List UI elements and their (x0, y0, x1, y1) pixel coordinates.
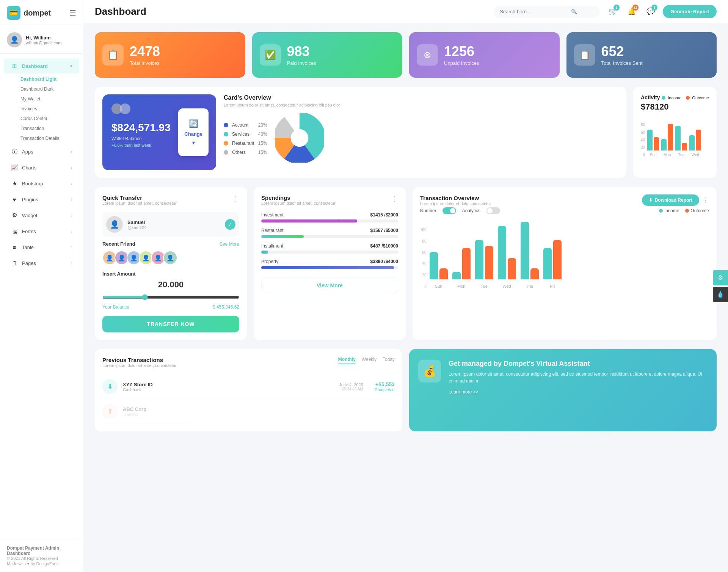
balance-amount: $ 456,345.62 (213, 304, 239, 310)
transaction-overview-menu[interactable]: ⋮ (702, 196, 709, 204)
logo-text: dompet (24, 9, 51, 17)
recent-friends-header: Recent Friend See More (102, 241, 239, 247)
overview-legend: Account 20% Services 40% Restaurant (224, 122, 267, 155)
activity-header: Activity Income Outcome (641, 94, 709, 101)
header: Dashboard 🔍 🛒 2 🔔 12 💬 5 Generate Report (83, 0, 728, 23)
sidebar-item-bootstrap[interactable]: ★ Bootstrap › (4, 176, 79, 191)
friend-avatar-6[interactable]: 👤 (163, 251, 177, 265)
va-learn-more-link[interactable]: Learn more >> (449, 389, 479, 395)
contact-item-samuel[interactable]: 👤 Samuel @sam224 ✓ (102, 212, 239, 237)
submenu-dashboard-dark[interactable]: Dashboard Dark (14, 84, 83, 94)
card-overview-subtitle: Lorem ipsum dolor sit amet, consectetur … (224, 103, 619, 107)
download-report-button[interactable]: ⬇ Download Report (642, 194, 699, 206)
bar-chart-activity (647, 116, 701, 150)
spending-property-amount: $3890 /$4000 (370, 259, 398, 264)
total-sent-icon: 📋 (574, 44, 595, 66)
spending-installment-header: Installment $487 /$10000 (261, 243, 398, 249)
sidebar-item-dashboard[interactable]: ⊞ Dashboard ▾ (4, 58, 79, 74)
unpaid-invoices-label: Unpaid Invoices (444, 60, 479, 66)
see-more-link[interactable]: See More (220, 241, 239, 247)
chevron-right-icon: › (71, 165, 72, 170)
spendings-header: Spendings Lorem ipsum dolor sit amet, co… (261, 194, 398, 211)
analytics-toggle[interactable] (486, 207, 500, 214)
activity-amount: $78120 (641, 102, 709, 112)
message-badge: 5 (651, 5, 657, 11)
sidebar-item-widget[interactable]: ⚙ Widget › (4, 208, 79, 223)
bar-labels: Sun Mon Tue Wed (647, 153, 701, 157)
stat-card-total-sent: 📋 652 Total Invoices Sent (566, 32, 717, 78)
spending-property-header: Property $3890 /$4000 (261, 259, 398, 264)
legend-pct-account: 20% (258, 122, 267, 128)
sidebar-item-table[interactable]: ≡ Table › (4, 240, 79, 255)
spending-installment: Installment $487 /$10000 (261, 243, 398, 254)
tab-today[interactable]: Today (383, 357, 395, 364)
balance-label: Your Balance (102, 304, 129, 310)
transaction-overview-title: Transaction Overview (420, 195, 491, 201)
hamburger-icon[interactable]: ☰ (69, 8, 76, 17)
theme-side-button[interactable]: 💧 (713, 287, 728, 302)
search-input[interactable] (500, 9, 568, 14)
footer-app-name: Dompet Payment Admin Dashboard (7, 545, 76, 556)
tx-date-wrap: June 4, 2020 05:34:45 AM (339, 382, 363, 391)
y-80: 80 (420, 239, 427, 243)
view-more-button[interactable]: View More (261, 277, 398, 293)
submenu-cards-center[interactable]: Cards Center (14, 114, 83, 124)
sidebar-user: 👤 Hi, William william@gmail.com (0, 26, 83, 54)
bar-group-wed (689, 130, 701, 150)
notification-button[interactable]: 🔔 12 (625, 5, 639, 18)
quick-transfer-card: Quick Transfer Lorem ipsum dolor sit ame… (95, 187, 247, 340)
submenu-dashboard-light[interactable]: Dashboard Light (14, 74, 83, 84)
toggle-row: Number Analytics Income (420, 207, 709, 214)
sidebar-item-charts[interactable]: 📈 Charts › (4, 160, 79, 175)
spending-investment-amount: $1415 /$2000 (370, 212, 398, 218)
main-content: Dashboard 🔍 🛒 2 🔔 12 💬 5 Generate Report (83, 0, 728, 572)
generate-report-button[interactable]: Generate Report (663, 5, 717, 18)
search-icon[interactable]: 🔍 (571, 9, 577, 14)
y-0: 0 (420, 284, 427, 288)
sidebar-item-plugins[interactable]: ♥ Plugins › (4, 192, 79, 207)
amount-slider[interactable] (102, 294, 239, 300)
sidebar-item-forms[interactable]: 🖨 Forms › (4, 224, 79, 239)
total-sent-info: 652 Total Invoices Sent (601, 44, 643, 66)
sidebar-item-label: Forms (22, 229, 36, 234)
change-btn-label: Change (184, 131, 202, 137)
submenu-my-wallet[interactable]: My Wallet (14, 94, 83, 104)
wallet-overview-panel: $824,571.93 Wallet Balance +0.8% than la… (95, 87, 626, 178)
submenu-transaction[interactable]: Transaction (14, 124, 83, 133)
cart-button[interactable]: 🛒 2 (606, 5, 620, 18)
legend-label-account: Account (232, 122, 254, 128)
sidebar-item-pages[interactable]: 🗒 Pages › (4, 255, 79, 271)
spending-installment-bar-bg (261, 251, 398, 254)
table-row: ⬆ ABC Corp Transfer (102, 399, 395, 424)
tx-icon-2: ⬆ (102, 404, 118, 419)
spending-restaurant-amount: $1567 /$5000 (370, 228, 398, 233)
settings-side-button[interactable]: ⚙ (713, 270, 728, 285)
legend-dot-account (224, 123, 228, 127)
transaction-overview-header-text: Transaction Overview Lorem ipsum dolor e… (420, 195, 491, 206)
paid-invoices-number: 983 (287, 44, 316, 59)
transfer-now-button[interactable]: TRANSFER NOW (102, 316, 239, 332)
submenu-invoices[interactable]: Invoices (14, 104, 83, 114)
page-title: Dashboard (95, 6, 488, 17)
bar-label-mon: Mon (661, 153, 673, 157)
big-y-axis: 100 80 60 40 20 0 (420, 228, 427, 288)
tab-monthly[interactable]: Monthly (338, 357, 356, 364)
plugins-icon: ♥ (11, 196, 18, 203)
stat-card-unpaid-invoices: ⊗ 1256 Unpaid Invoices (409, 32, 560, 78)
spendings-menu[interactable]: ⋮ (391, 194, 398, 203)
submenu-transaction-details[interactable]: Transaction Details (14, 133, 83, 143)
sidebar-item-apps[interactable]: ⓘ Apps › (4, 144, 79, 159)
number-toggle[interactable] (442, 207, 456, 214)
spending-installment-bar (261, 251, 268, 254)
quick-transfer-menu[interactable]: ⋮ (232, 194, 239, 203)
tab-weekly[interactable]: Weekly (362, 357, 377, 364)
change-card-button[interactable]: 🔄 Change ▾ (178, 108, 209, 156)
message-button[interactable]: 💬 5 (644, 5, 657, 18)
spending-investment-bar (261, 219, 357, 223)
big-label-tue: Tue (475, 284, 493, 288)
spending-investment-label: Investment (261, 212, 284, 218)
va-content: Get managed by Dompet's Virtual Assistan… (449, 360, 708, 395)
total-sent-label: Total Invoices Sent (601, 60, 643, 66)
notification-badge: 12 (632, 5, 639, 11)
money-icon: 💰 (423, 365, 436, 378)
